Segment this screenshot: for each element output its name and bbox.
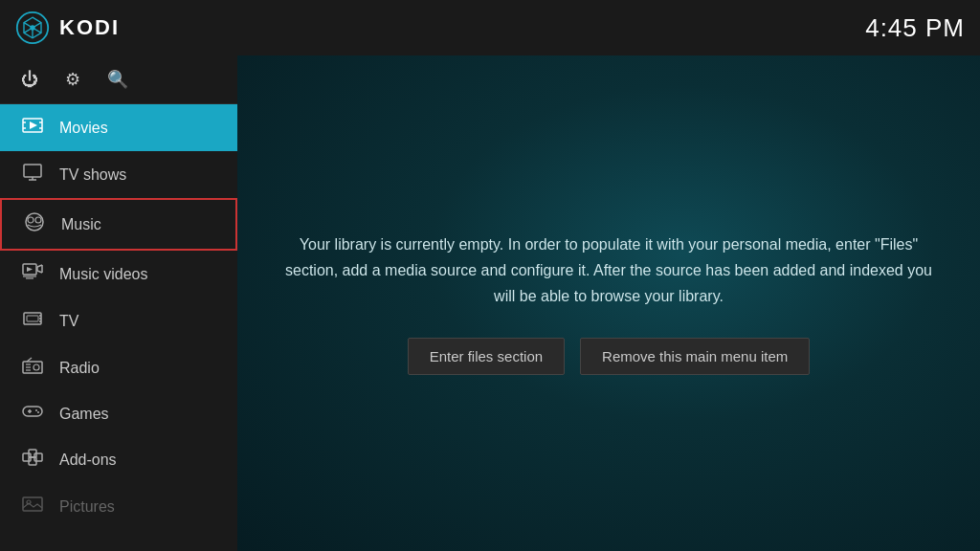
music-videos-label: Music videos — [59, 266, 147, 283]
empty-library-message: Your library is currently empty. In orde… — [276, 231, 942, 310]
tv-shows-icon — [21, 164, 44, 186]
svg-marker-21 — [27, 267, 33, 272]
svg-point-32 — [39, 320, 41, 322]
settings-button[interactable]: ⚙ — [65, 69, 80, 90]
sidebar-item-tv[interactable]: TV — [0, 298, 237, 344]
sidebar-item-radio[interactable]: Radio — [0, 344, 237, 391]
movies-icon — [21, 117, 44, 139]
svg-point-42 — [35, 409, 37, 411]
pictures-icon — [21, 496, 44, 518]
sidebar-item-tv-shows[interactable]: TV shows — [0, 151, 237, 198]
power-button[interactable]: ⏻ — [21, 70, 38, 90]
svg-point-31 — [39, 318, 41, 320]
tv-label: TV — [59, 313, 78, 330]
app-title: KODI — [59, 15, 120, 40]
svg-rect-29 — [27, 316, 38, 321]
svg-marker-9 — [30, 121, 37, 129]
radio-icon — [21, 357, 44, 379]
sidebar-item-music[interactable]: Music — [0, 198, 237, 251]
content-area: Your library is currently empty. In orde… — [237, 55, 980, 551]
games-icon — [21, 404, 44, 424]
movies-label: Movies — [59, 120, 108, 137]
svg-point-7 — [30, 25, 34, 30]
games-label: Games — [59, 406, 109, 423]
svg-rect-48 — [23, 497, 42, 511]
add-ons-label: Add-ons — [59, 452, 117, 469]
svg-point-43 — [37, 411, 39, 413]
empty-library-card: Your library is currently empty. In orde… — [276, 231, 942, 376]
top-bar: KODI 4:45 PM — [0, 0, 980, 55]
search-button[interactable]: 🔍 — [107, 69, 128, 90]
music-label: Music — [61, 216, 101, 233]
remove-menu-item-button[interactable]: Remove this main menu item — [580, 338, 810, 375]
sidebar: ⏻ ⚙ 🔍 Movies — [0, 55, 237, 551]
sidebar-nav: Movies TV shows — [0, 104, 237, 551]
svg-point-30 — [39, 315, 41, 317]
music-icon — [23, 212, 46, 236]
pictures-label: Pictures — [59, 498, 115, 516]
sidebar-item-pictures[interactable]: Pictures — [0, 483, 237, 530]
sidebar-item-music-videos[interactable]: Music videos — [0, 251, 237, 298]
svg-rect-39 — [23, 407, 42, 416]
sidebar-toolbar: ⏻ ⚙ 🔍 — [0, 55, 237, 104]
svg-rect-14 — [24, 165, 41, 177]
music-videos-icon — [21, 263, 44, 285]
svg-point-18 — [28, 217, 33, 223]
sidebar-item-movies[interactable]: Movies — [0, 104, 237, 151]
kodi-logo-icon — [15, 11, 50, 45]
main-layout: ⏻ ⚙ 🔍 Movies — [0, 55, 980, 551]
svg-point-34 — [33, 364, 39, 370]
add-ons-icon — [21, 449, 44, 471]
sidebar-item-add-ons[interactable]: Add-ons — [0, 436, 237, 483]
tv-shows-label: TV shows — [59, 166, 126, 184]
tv-icon — [21, 310, 44, 332]
app-branding: KODI — [15, 11, 120, 45]
action-buttons: Enter files section Remove this main men… — [276, 338, 942, 375]
radio-label: Radio — [59, 360, 100, 377]
clock: 4:45 PM — [865, 13, 965, 43]
sidebar-item-games[interactable]: Games — [0, 391, 237, 436]
enter-files-button[interactable]: Enter files section — [408, 338, 565, 375]
svg-point-19 — [35, 217, 41, 223]
